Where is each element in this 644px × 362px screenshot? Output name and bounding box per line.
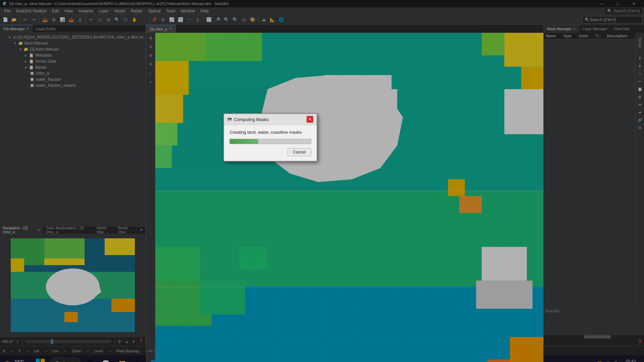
modal-overlay: 🗺 Computing Masks ✕ Creating land, water… xyxy=(0,0,644,362)
modal-title: 🗺 Computing Masks xyxy=(227,117,269,122)
modal-header: 🗺 Computing Masks ✕ xyxy=(224,114,317,125)
computing-masks-dialog: 🗺 Computing Masks ✕ Creating land, water… xyxy=(223,113,317,162)
modal-close-button[interactable]: ✕ xyxy=(307,116,313,123)
modal-progress-fill xyxy=(230,139,258,144)
modal-icon: 🗺 xyxy=(227,117,232,122)
modal-title-text: Computing Masks xyxy=(234,117,269,122)
modal-progress-bar-container xyxy=(229,139,311,144)
modal-actions: Cancel xyxy=(229,148,311,156)
cancel-button[interactable]: Cancel xyxy=(287,148,311,156)
modal-message: Creating land, water, coastline masks xyxy=(229,130,311,135)
modal-body: Creating land, water, coastline masks Ca… xyxy=(224,125,317,161)
